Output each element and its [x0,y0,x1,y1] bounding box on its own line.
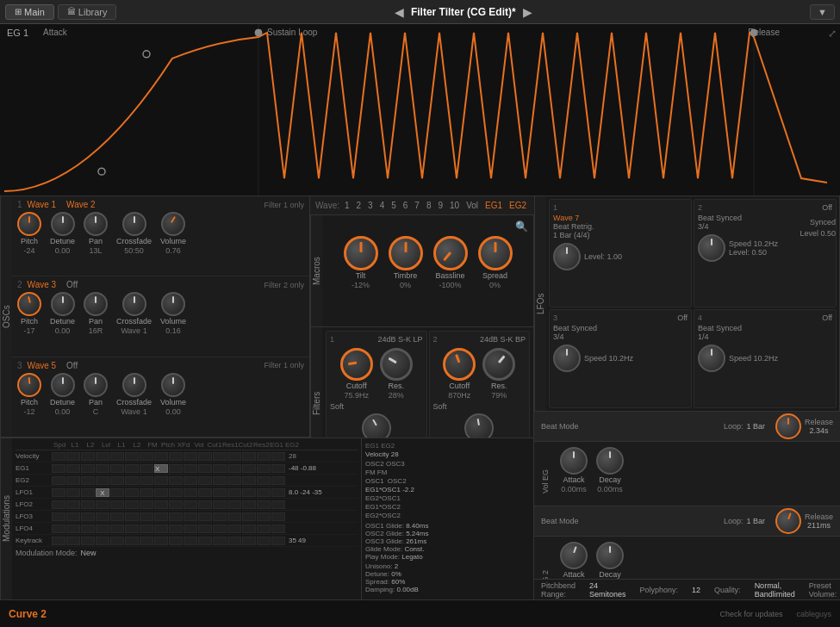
check-updates[interactable]: Check for updates [719,610,782,618]
osc-row-1: 1 Wave 1 Wave 2 Filter 1 only Pitch -24 … [12,196,309,276]
filter2-res-knob[interactable]: Res. 79% [482,348,515,400]
osc2-detune-knob[interactable]: Detune 0.00 [50,292,75,335]
main-button[interactable]: ⊞ Main [5,4,54,20]
preset-name: Filter Tilter (CG Edit)* [411,6,516,18]
osc3-detune-knob[interactable]: Detune 0.00 [50,373,75,416]
curve-label: Curve 2 [9,608,47,620]
vol-eg-label: Vol EG [541,469,550,494]
osc3-num: 3 [17,361,22,370]
lfo3-wave[interactable]: Off [677,314,688,322]
tilt-knob[interactable]: Tilt -12% [344,236,378,289]
bassline-knob[interactable]: Bassline -100% [433,236,468,289]
eg2osc2: EG2*OSC2 [365,512,530,519]
modulations-side-label: Modulations [0,438,12,599]
main-icon: ⊞ [15,7,22,16]
mod-row-lfo2: LFO2 [16,499,358,511]
wave-num-4[interactable]: 4 [378,201,387,210]
eg2osc1: EG2*OSC1 [365,494,530,502]
lfo1-level-value: 1.00 [607,252,623,261]
lfo1-level-label: Level: [584,252,605,261]
lfo2-level-value: 0.50 [752,248,768,257]
wave-num-1[interactable]: 1 [343,201,352,210]
lfo3-sub2: 3/4 [553,332,688,341]
cableguys-logo: cableguys [796,610,831,618]
filter1-type: 24dB S-K LP [377,335,422,344]
wave-num-9[interactable]: 9 [436,201,445,210]
lfo3-knob[interactable] [553,345,581,372]
osc1-volume-knob[interactable]: Volume 0.76 [160,212,186,255]
osc1-pan-knob[interactable]: Pan 13L [84,212,108,255]
osc1-detune-knob[interactable]: Detune 0.00 [50,212,75,255]
filter2-soft: Soft [433,402,526,411]
lfo1-wave[interactable]: Wave 7 [553,214,688,222]
mod-row-eg1: EG1 X [16,462,358,475]
osc3-wave1[interactable]: Wave 5 [28,361,57,370]
osc1-pitch-knob[interactable]: Pitch -24 [17,212,41,255]
vol-eg-decay-knob[interactable]: Decay 0.00ms [596,447,624,494]
osc2-filter: Filter 2 only [264,281,304,289]
filter2-type: 24dB S-K BP [480,335,526,344]
osc3-crossfade-knob[interactable]: Crossfade Wave 1 [116,373,152,416]
osc2-volume-knob[interactable]: Volume 0.16 [160,292,186,335]
filter1-cutoff-knob[interactable]: Cutoff 75.9Hz [340,348,373,400]
osc2-wave2[interactable]: Off [66,280,78,289]
wave-num-10[interactable]: 10 [448,201,461,210]
polyphony-value: 12 [692,586,700,594]
lfo2-speed-value: 10.2Hz [754,239,779,248]
wave-num-7[interactable]: 7 [413,201,421,210]
filter1-res-knob[interactable]: Res. 28% [380,348,413,400]
osc-row-2: 2 Wave 3 Off Filter 2 only Pitch -17 Det… [12,276,309,357]
lfo-2: 2 Off Beat Synced 3/4 Speed 10.2Hz Level… [694,199,837,307]
lfo2-wave[interactable]: Off [822,203,832,212]
timbre-knob[interactable]: Timbre 0% [389,236,423,289]
osc3-pitch-knob[interactable]: Pitch -12 [17,373,41,416]
wave-num-5[interactable]: 5 [389,201,398,210]
osc1-wave1[interactable]: Wave 1 [28,200,57,209]
wave-num-8[interactable]: 8 [425,201,433,210]
wave-num-6[interactable]: 6 [401,201,410,210]
lfo3-sub1: Beat Synced [553,324,688,332]
next-preset-button[interactable]: ▶ [523,5,532,19]
eg2-release-knob[interactable] [775,508,801,534]
osc1-wave2[interactable]: Wave 2 [66,200,96,209]
lfo1-knob[interactable] [553,243,581,270]
macros-search-icon[interactable]: 🔍 [515,220,528,233]
osc3-wave2[interactable]: Off [66,361,78,370]
lfo4-wave[interactable]: Off [822,314,832,322]
lfo-3: 3 Off Beat Synced 3/4 Speed 10.2Hz [549,309,692,409]
spread-knob[interactable]: Spread 0% [478,236,513,289]
vol-eg-release-knob[interactable] [775,413,801,439]
vol-eg-attack-knob[interactable]: Attack 0.00ms [560,447,588,494]
eg2-btn[interactable]: EG2 [507,201,528,210]
svg-point-5 [750,29,757,36]
wave-num-2[interactable]: 2 [355,201,364,210]
filter2-cutoff-knob[interactable]: Cutoff 870Hz [443,348,476,400]
library-button[interactable]: 🏛 Library [58,4,117,20]
eg2-beat-mode-label: Beat Mode [541,517,579,525]
osc2-pan-knob[interactable]: Pan 16R [84,292,108,335]
osc2-num: 2 [17,280,22,289]
osc2-wave1[interactable]: Wave 3 [28,280,57,289]
vol-eg-loop-label: Loop: [724,422,744,431]
osc3-volume-knob[interactable]: Volume 0.00 [160,373,186,416]
pitchbend-value: 24 Semitones [589,581,626,599]
mod-row-lfo1: LFO1 X [16,487,358,499]
vol-eg-beat-mode-label: Beat Mode [541,422,579,431]
osc2-crossfade-knob[interactable]: Crossfade Wave 1 [116,292,152,335]
eg1-btn[interactable]: EG1 [483,201,504,210]
osc2-pitch-knob[interactable]: Pitch -17 [17,292,41,335]
lfo-side-label: LFOs [534,196,546,411]
lfo2-knob[interactable] [698,234,725,262]
expand-button[interactable]: ▼ [810,4,835,20]
prev-preset-button[interactable]: ◀ [395,5,404,19]
vol-label: Vol [464,201,480,210]
osc3-pan-knob[interactable]: Pan C [84,373,108,416]
eg2-loop-value: 1 Bar [746,517,765,525]
mod-mode-value: New [81,549,96,557]
wave-num-3[interactable]: 3 [366,201,375,210]
lfo4-knob[interactable] [698,345,725,372]
filter1-soft: Soft [330,402,423,411]
quality-value: Normal, Bandlimited [755,581,795,599]
osc1-crossfade-knob[interactable]: Crossfade 50:50 [116,212,152,255]
mod-row-lfo3: LFO3 [16,511,358,523]
